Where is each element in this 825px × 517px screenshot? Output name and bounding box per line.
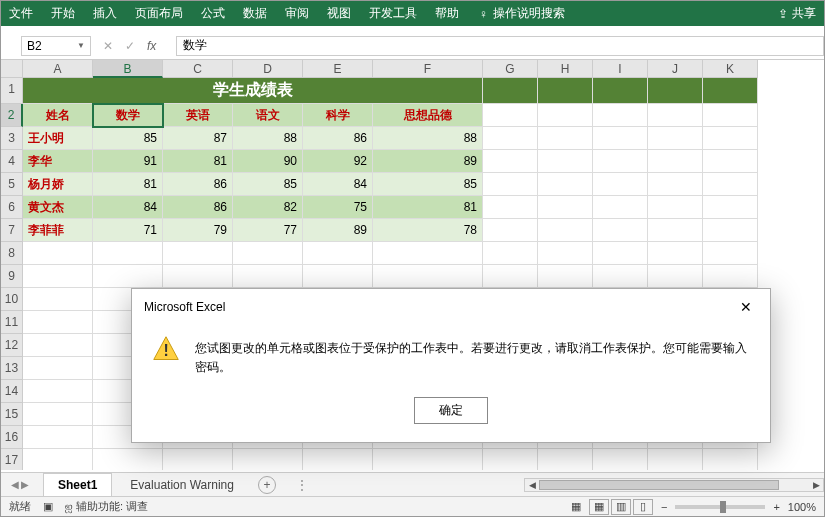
header-4[interactable]: 科学	[303, 104, 373, 127]
cell-H9[interactable]	[538, 265, 593, 288]
cell-B8[interactable]	[93, 242, 163, 265]
page-break-view-button[interactable]: ▯	[633, 499, 653, 515]
record-macro-icon[interactable]: ▣	[43, 500, 53, 513]
cell-A17[interactable]	[23, 449, 93, 470]
horizontal-scrollbar[interactable]: ◀ ▶	[524, 478, 824, 492]
cell-K9[interactable]	[703, 265, 758, 288]
col-header-H[interactable]: H	[538, 60, 593, 78]
name-cell-1[interactable]: 李华	[23, 150, 93, 173]
name-cell-0[interactable]: 王小明	[23, 127, 93, 150]
data-cell-4-4[interactable]: 78	[373, 219, 483, 242]
scroll-thumb[interactable]	[539, 480, 779, 490]
ribbon-tab-4[interactable]: 公式	[201, 5, 225, 22]
sheet-prev-icon[interactable]: ◀	[11, 479, 19, 490]
ribbon-tab-8[interactable]: 开发工具	[369, 5, 417, 22]
cell-B17[interactable]	[93, 449, 163, 470]
header-3[interactable]: 语文	[233, 104, 303, 127]
cell-C17[interactable]	[163, 449, 233, 470]
row-header-4[interactable]: 4	[1, 150, 23, 173]
ribbon-tab-0[interactable]: 文件	[9, 5, 33, 22]
cell-K2[interactable]	[703, 104, 758, 127]
col-header-E[interactable]: E	[303, 60, 373, 78]
name-cell-3[interactable]: 黄文杰	[23, 196, 93, 219]
cell-G3[interactable]	[483, 127, 538, 150]
cell-F8[interactable]	[373, 242, 483, 265]
cell-I8[interactable]	[593, 242, 648, 265]
col-header-J[interactable]: J	[648, 60, 703, 78]
row-header-12[interactable]: 12	[1, 334, 23, 357]
name-cell-2[interactable]: 杨月娇	[23, 173, 93, 196]
cell-D17[interactable]	[233, 449, 303, 470]
cell-D9[interactable]	[233, 265, 303, 288]
cell-D8[interactable]	[233, 242, 303, 265]
cell-H4[interactable]	[538, 150, 593, 173]
data-cell-0-4[interactable]: 88	[373, 127, 483, 150]
cell-K17[interactable]	[703, 449, 758, 470]
cell-K7[interactable]	[703, 219, 758, 242]
tab-evaluation-warning[interactable]: Evaluation Warning	[116, 474, 248, 496]
cell-K3[interactable]	[703, 127, 758, 150]
cell-C8[interactable]	[163, 242, 233, 265]
fx-icon[interactable]: fx	[147, 39, 156, 53]
cell-G8[interactable]	[483, 242, 538, 265]
accessibility-status[interactable]: ஐ 辅助功能: 调查	[65, 499, 148, 514]
ribbon-tab-2[interactable]: 插入	[93, 5, 117, 22]
cell-J1[interactable]	[648, 78, 703, 104]
col-header-D[interactable]: D	[233, 60, 303, 78]
data-cell-2-3[interactable]: 84	[303, 173, 373, 196]
ribbon-tab-1[interactable]: 开始	[51, 5, 75, 22]
cell-H2[interactable]	[538, 104, 593, 127]
data-cell-2-2[interactable]: 85	[233, 173, 303, 196]
data-cell-2-1[interactable]: 86	[163, 173, 233, 196]
col-header-G[interactable]: G	[483, 60, 538, 78]
col-header-I[interactable]: I	[593, 60, 648, 78]
cell-H7[interactable]	[538, 219, 593, 242]
zoom-level[interactable]: 100%	[788, 501, 816, 513]
col-header-A[interactable]: A	[23, 60, 93, 78]
data-cell-0-2[interactable]: 88	[233, 127, 303, 150]
cell-A13[interactable]	[23, 357, 93, 380]
data-cell-1-2[interactable]: 90	[233, 150, 303, 173]
data-cell-3-4[interactable]: 81	[373, 196, 483, 219]
cell-J17[interactable]	[648, 449, 703, 470]
cell-I9[interactable]	[593, 265, 648, 288]
data-cell-2-0[interactable]: 81	[93, 173, 163, 196]
cell-J4[interactable]	[648, 150, 703, 173]
cell-G6[interactable]	[483, 196, 538, 219]
cell-J3[interactable]	[648, 127, 703, 150]
row-header-6[interactable]: 6	[1, 196, 23, 219]
col-header-B[interactable]: B	[93, 60, 163, 78]
data-cell-3-3[interactable]: 75	[303, 196, 373, 219]
data-cell-1-3[interactable]: 92	[303, 150, 373, 173]
cell-K1[interactable]	[703, 78, 758, 104]
cell-A12[interactable]	[23, 334, 93, 357]
ribbon-tab-6[interactable]: 审阅	[285, 5, 309, 22]
cell-A11[interactable]	[23, 311, 93, 334]
row-header-11[interactable]: 11	[1, 311, 23, 334]
cell-I4[interactable]	[593, 150, 648, 173]
name-cell-4[interactable]: 李菲菲	[23, 219, 93, 242]
data-cell-3-1[interactable]: 86	[163, 196, 233, 219]
zoom-slider[interactable]	[675, 505, 765, 509]
data-cell-3-2[interactable]: 82	[233, 196, 303, 219]
cell-I5[interactable]	[593, 173, 648, 196]
row-header-1[interactable]: 1	[1, 78, 23, 104]
row-header-14[interactable]: 14	[1, 380, 23, 403]
cell-A9[interactable]	[23, 265, 93, 288]
cell-F17[interactable]	[373, 449, 483, 470]
data-cell-3-0[interactable]: 84	[93, 196, 163, 219]
cell-B9[interactable]	[93, 265, 163, 288]
data-cell-4-2[interactable]: 77	[233, 219, 303, 242]
cell-G17[interactable]	[483, 449, 538, 470]
cell-H5[interactable]	[538, 173, 593, 196]
tell-me-search[interactable]: ♀ 操作说明搜索	[479, 5, 565, 22]
cell-G5[interactable]	[483, 173, 538, 196]
row-header-17[interactable]: 17	[1, 449, 23, 470]
row-header-13[interactable]: 13	[1, 357, 23, 380]
cell-G7[interactable]	[483, 219, 538, 242]
cell-K6[interactable]	[703, 196, 758, 219]
data-cell-1-0[interactable]: 91	[93, 150, 163, 173]
cell-G9[interactable]	[483, 265, 538, 288]
header-0[interactable]: 姓名	[23, 104, 93, 127]
data-cell-0-3[interactable]: 86	[303, 127, 373, 150]
